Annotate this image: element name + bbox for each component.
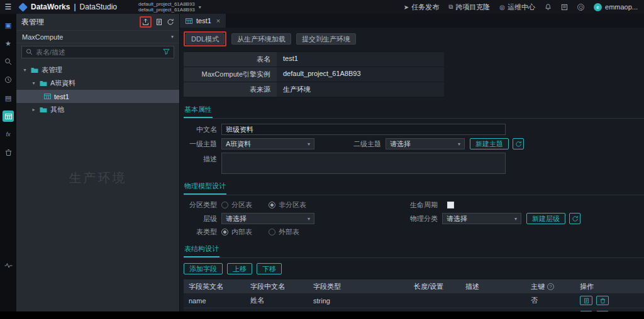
- cell-cn: 姓名: [245, 293, 308, 308]
- nav-table-manage-icon[interactable]: [3, 111, 14, 122]
- tree-expand-icon[interactable]: ▾: [22, 67, 28, 73]
- section-physical-model: 物理模型设计: [184, 181, 226, 195]
- table-search-input[interactable]: [36, 48, 160, 56]
- chevron-down-icon: ▾: [308, 141, 310, 147]
- username: emmaop...: [605, 3, 638, 11]
- lifecycle-checkbox[interactable]: [447, 202, 454, 208]
- level-select[interactable]: 请选择 ▾: [221, 213, 314, 224]
- physical-category-select[interactable]: 请选择 ▾: [442, 213, 521, 224]
- move-down-button[interactable]: 下移: [257, 263, 282, 274]
- nav-history-clock-icon[interactable]: [3, 74, 14, 85]
- partition-type-label: 分区类型: [184, 200, 217, 210]
- top-header: ☰ DataWorks|DataStudio default_project_6…: [0, 0, 644, 14]
- theme2-select-value: 请选择: [390, 139, 411, 149]
- radio-partitioned[interactable]: 分区表: [221, 200, 252, 210]
- nav-monitor-wave-icon[interactable]: [3, 259, 14, 271]
- close-tab-icon[interactable]: ×: [216, 17, 220, 24]
- info-row: MaxCompute引擎实例 default_project_61A8B93: [184, 67, 444, 82]
- table-info-summary: 表名 test1 MaxCompute引擎实例 default_project_…: [184, 51, 444, 97]
- refresh-themes-button[interactable]: [513, 138, 524, 149]
- nav-resources-icon[interactable]: ▤: [3, 92, 14, 104]
- field-row-name: name 姓名 string 否: [184, 293, 644, 308]
- theme2-select[interactable]: 请选择 ▾: [386, 138, 465, 149]
- tree-node-folder-a[interactable]: ▾ A班資料: [16, 77, 179, 90]
- level-select-value: 请选择: [226, 214, 247, 224]
- header-link-task-publish[interactable]: ➤ 任务发布: [404, 3, 439, 12]
- cross-project-clone-label: 跨项目克隆: [455, 3, 490, 12]
- col-header: 字段英文名: [184, 279, 245, 293]
- refresh-levels-button[interactable]: [569, 213, 580, 224]
- radio-non-partitioned[interactable]: 非分区表: [269, 200, 306, 210]
- help-q-icon[interactable]: Q: [577, 4, 584, 11]
- cell-desc: [460, 293, 526, 308]
- tree-expand-icon[interactable]: ▾: [31, 80, 36, 86]
- add-field-button[interactable]: 添加字段: [184, 263, 223, 274]
- nav-datastudio-icon[interactable]: ▣: [3, 19, 14, 31]
- nav-functions-icon[interactable]: fx: [3, 129, 14, 140]
- new-level-button[interactable]: 新建层级: [526, 213, 565, 224]
- user-account[interactable]: e emmaop...: [594, 3, 638, 11]
- nav-recycle-bin-icon[interactable]: [3, 147, 14, 158]
- engine-select[interactable]: MaxCompute ▾: [16, 30, 179, 43]
- import-table-icon[interactable]: [142, 18, 149, 26]
- edit-field-button[interactable]: [580, 296, 592, 305]
- col-header: 主键: [531, 282, 545, 291]
- ticket-icon[interactable]: [561, 4, 568, 11]
- table-search-box[interactable]: [21, 46, 174, 58]
- hamburger-menu-icon[interactable]: ☰: [0, 0, 16, 14]
- nav-favorites-star-icon[interactable]: ★: [3, 38, 14, 49]
- level-label: 层级: [184, 214, 217, 224]
- theme1-select[interactable]: A班資料 ▾: [221, 138, 314, 149]
- cell-en: name: [184, 293, 245, 308]
- cn-name-input[interactable]: [221, 124, 506, 135]
- pk-info-icon[interactable]: ?: [547, 283, 554, 290]
- col-header: 字段类型: [308, 279, 409, 293]
- cell-len: [409, 293, 460, 308]
- cell-ops: [575, 293, 644, 308]
- filter-funnel-icon[interactable]: [163, 46, 170, 58]
- tab-label: test1: [196, 17, 211, 24]
- col-header: 长度/设置: [409, 279, 460, 293]
- delete-field-button[interactable]: [596, 296, 609, 305]
- info-label: MaxCompute引擎实例: [184, 67, 277, 82]
- info-value: test1: [277, 52, 444, 67]
- lifecycle-label: 生命周期: [410, 200, 438, 210]
- info-label: 表来源: [184, 82, 277, 97]
- tab-test1[interactable]: test1 ×: [180, 14, 226, 28]
- product-name: DataStudio: [80, 3, 117, 11]
- radio-external-table[interactable]: 外部表: [269, 227, 299, 237]
- ddl-mode-button[interactable]: DDL模式: [186, 33, 225, 45]
- editor-tabbar: test1 ×: [180, 14, 644, 28]
- header-link-ops-center[interactable]: ◎ 运维中心: [499, 3, 535, 12]
- tree-node-label: test1: [54, 93, 69, 100]
- submit-to-prod-button[interactable]: 提交到生产环境: [296, 33, 356, 45]
- refresh-panel-icon[interactable]: [167, 18, 174, 26]
- header-link-cross-project-clone[interactable]: ⧉ 跨项目克隆: [448, 3, 490, 12]
- chevron-down-icon: ▾: [171, 34, 174, 40]
- tree-node-other[interactable]: ▸ 其他: [16, 103, 179, 116]
- chevron-down-icon: ▾: [199, 4, 201, 10]
- col-header-pk: 主键 ?: [526, 279, 575, 293]
- nav-search-icon[interactable]: [3, 56, 14, 67]
- folder-icon: [40, 80, 47, 87]
- notification-bell-icon[interactable]: [545, 3, 552, 11]
- task-publish-label: 任务发布: [411, 3, 439, 12]
- table-icon: [186, 18, 192, 24]
- new-theme-button[interactable]: 新建主题: [470, 138, 509, 149]
- dataworks-datastudio-window: ☰ DataWorks|DataStudio default_project_6…: [0, 0, 644, 319]
- move-up-button[interactable]: 上移: [227, 263, 252, 274]
- tree-node-test1[interactable]: test1: [16, 90, 179, 103]
- radio-internal-table[interactable]: 内部表: [221, 227, 252, 237]
- new-table-doc-icon[interactable]: [156, 18, 162, 26]
- description-textarea[interactable]: [221, 153, 506, 174]
- radio-selected-icon: [269, 202, 275, 208]
- tree-node-root[interactable]: ▾ 表管理: [16, 63, 179, 77]
- brand-title: DataWorks|DataStudio: [31, 3, 117, 11]
- brand-divider: |: [74, 3, 75, 11]
- structure-toolbar: 添加字段 上移 下移: [184, 263, 644, 274]
- radio-label: 分区表: [231, 200, 252, 210]
- radio-icon: [269, 229, 275, 235]
- load-from-prod-button[interactable]: 从生产环境加载: [231, 33, 291, 45]
- project-selector[interactable]: default_project_61A8B93 default_project_…: [138, 1, 201, 13]
- tree-collapse-icon[interactable]: ▸: [31, 107, 36, 112]
